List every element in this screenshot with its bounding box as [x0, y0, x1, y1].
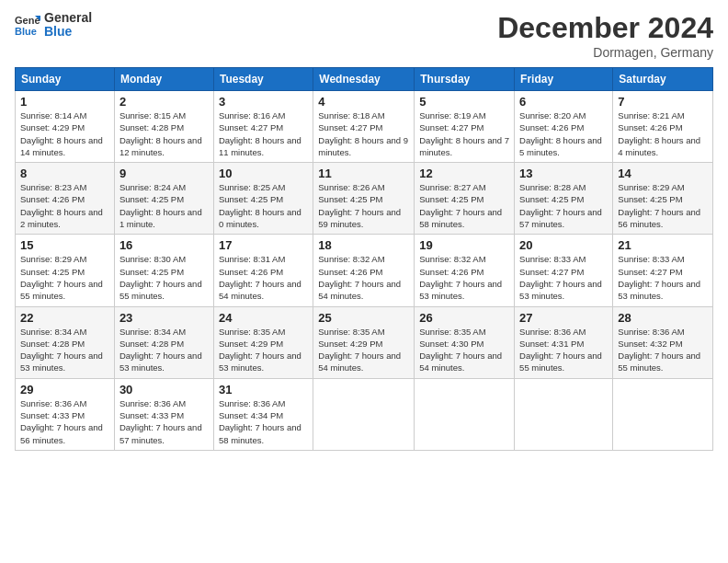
sunrise-text: Sunrise: 8:23 AM: [20, 182, 86, 192]
day-number: 19: [419, 238, 509, 252]
day-cell: 5 Sunrise: 8:19 AM Sunset: 4:27 PM Dayli…: [415, 91, 515, 163]
sunrise-text: Sunrise: 8:33 AM: [618, 254, 684, 264]
sunrise-text: Sunrise: 8:33 AM: [519, 254, 586, 264]
sunset-text: Sunset: 4:26 PM: [219, 267, 283, 277]
day-number: 25: [318, 311, 409, 325]
daylight-text: Daylight: 7 hours and 53 minutes.: [419, 279, 502, 301]
sunrise-text: Sunrise: 8:18 AM: [318, 110, 384, 121]
sunset-text: Sunset: 4:25 PM: [20, 267, 85, 277]
day-info: Sunrise: 8:20 AM Sunset: 4:26 PM Dayligh…: [519, 109, 608, 158]
sunset-text: Sunset: 4:25 PM: [219, 194, 283, 204]
sunrise-text: Sunrise: 8:14 AM: [20, 110, 86, 121]
day-number: 28: [618, 311, 708, 325]
day-info: Sunrise: 8:36 AM Sunset: 4:34 PM Dayligh…: [219, 397, 308, 446]
sunset-text: Sunset: 4:29 PM: [20, 122, 85, 132]
day-info: Sunrise: 8:29 AM Sunset: 4:25 PM Dayligh…: [618, 181, 708, 230]
day-cell: 17 Sunrise: 8:31 AM Sunset: 4:26 PM Dayl…: [213, 235, 313, 306]
logo-icon: General Blue: [15, 12, 40, 38]
sunset-text: Sunset: 4:28 PM: [119, 339, 184, 349]
main-title: December 2024: [497, 11, 713, 45]
sunset-text: Sunset: 4:27 PM: [618, 267, 682, 277]
day-cell: 8 Sunrise: 8:23 AM Sunset: 4:26 PM Dayli…: [16, 163, 115, 235]
sunset-text: Sunset: 4:25 PM: [618, 194, 682, 204]
day-info: Sunrise: 8:33 AM Sunset: 4:27 PM Dayligh…: [618, 253, 708, 302]
week-row-5: 29 Sunrise: 8:36 AM Sunset: 4:33 PM Dayl…: [16, 378, 713, 450]
day-number: 27: [519, 311, 608, 325]
weekday-monday: Monday: [114, 68, 213, 91]
day-number: 12: [419, 167, 509, 180]
daylight-text: Daylight: 7 hours and 59 minutes.: [318, 207, 401, 229]
daylight-text: Daylight: 7 hours and 57 minutes.: [119, 422, 202, 444]
day-info: Sunrise: 8:30 AM Sunset: 4:25 PM Dayligh…: [119, 253, 209, 302]
day-number: 23: [119, 311, 209, 325]
day-cell: 1 Sunrise: 8:14 AM Sunset: 4:29 PM Dayli…: [16, 91, 115, 163]
sunrise-text: Sunrise: 8:15 AM: [119, 110, 186, 121]
day-number: 10: [219, 167, 308, 180]
day-cell: 26 Sunrise: 8:35 AM Sunset: 4:30 PM Dayl…: [415, 306, 515, 378]
week-row-2: 8 Sunrise: 8:23 AM Sunset: 4:26 PM Dayli…: [16, 163, 713, 235]
day-cell: 6 Sunrise: 8:20 AM Sunset: 4:26 PM Dayli…: [515, 91, 613, 163]
sunset-text: Sunset: 4:33 PM: [20, 410, 85, 420]
week-row-3: 15 Sunrise: 8:29 AM Sunset: 4:25 PM Dayl…: [16, 235, 713, 306]
sunset-text: Sunset: 4:27 PM: [219, 122, 283, 132]
sunset-text: Sunset: 4:29 PM: [318, 339, 382, 349]
daylight-text: Daylight: 8 hours and 2 minutes.: [20, 207, 103, 229]
day-cell: 24 Sunrise: 8:35 AM Sunset: 4:29 PM Dayl…: [213, 306, 313, 378]
day-cell: 13 Sunrise: 8:28 AM Sunset: 4:25 PM Dayl…: [515, 163, 613, 235]
sunset-text: Sunset: 4:27 PM: [419, 122, 483, 132]
header: General Blue General Blue December 2024 …: [15, 11, 713, 60]
day-number: 22: [20, 311, 109, 325]
day-info: Sunrise: 8:35 AM Sunset: 4:29 PM Dayligh…: [219, 326, 308, 374]
day-cell: 15 Sunrise: 8:29 AM Sunset: 4:25 PM Dayl…: [16, 235, 115, 306]
day-number: 31: [219, 383, 308, 396]
day-cell: 23 Sunrise: 8:34 AM Sunset: 4:28 PM Dayl…: [114, 306, 213, 378]
logo-blue: Blue: [44, 25, 92, 39]
day-info: Sunrise: 8:15 AM Sunset: 4:28 PM Dayligh…: [119, 109, 209, 158]
sunrise-text: Sunrise: 8:36 AM: [20, 398, 86, 408]
daylight-text: Daylight: 7 hours and 53 minutes.: [20, 350, 103, 373]
weekday-tuesday: Tuesday: [213, 68, 313, 91]
sunset-text: Sunset: 4:28 PM: [20, 339, 85, 349]
day-info: Sunrise: 8:16 AM Sunset: 4:27 PM Dayligh…: [219, 109, 308, 158]
day-cell: 10 Sunrise: 8:25 AM Sunset: 4:25 PM Dayl…: [213, 163, 313, 235]
sunrise-text: Sunrise: 8:35 AM: [219, 327, 285, 337]
weekday-friday: Friday: [515, 68, 613, 91]
day-info: Sunrise: 8:28 AM Sunset: 4:25 PM Dayligh…: [519, 181, 608, 230]
daylight-text: Daylight: 7 hours and 56 minutes.: [618, 207, 700, 229]
day-number: 14: [618, 167, 708, 180]
sunrise-text: Sunrise: 8:31 AM: [219, 254, 285, 264]
day-cell: 18 Sunrise: 8:32 AM Sunset: 4:26 PM Dayl…: [313, 235, 415, 306]
daylight-text: Daylight: 7 hours and 55 minutes.: [519, 350, 602, 373]
day-info: Sunrise: 8:35 AM Sunset: 4:29 PM Dayligh…: [318, 326, 409, 374]
day-number: 11: [318, 167, 409, 180]
daylight-text: Daylight: 7 hours and 54 minutes.: [318, 350, 401, 373]
page: General Blue General Blue December 2024 …: [0, 0, 728, 563]
day-cell: 16 Sunrise: 8:30 AM Sunset: 4:25 PM Dayl…: [114, 235, 213, 306]
day-number: 15: [20, 238, 109, 252]
daylight-text: Daylight: 7 hours and 54 minutes.: [419, 350, 502, 373]
day-cell: 27 Sunrise: 8:36 AM Sunset: 4:31 PM Dayl…: [515, 306, 613, 378]
sunrise-text: Sunrise: 8:36 AM: [119, 398, 186, 408]
sunrise-text: Sunrise: 8:36 AM: [219, 398, 285, 408]
day-info: Sunrise: 8:33 AM Sunset: 4:27 PM Dayligh…: [519, 253, 608, 302]
day-info: Sunrise: 8:19 AM Sunset: 4:27 PM Dayligh…: [419, 109, 509, 158]
sunset-text: Sunset: 4:25 PM: [419, 194, 483, 204]
day-number: 5: [419, 95, 509, 109]
daylight-text: Daylight: 8 hours and 9 minutes.: [318, 135, 408, 157]
day-number: 17: [219, 238, 308, 252]
day-number: 29: [20, 383, 109, 396]
day-info: Sunrise: 8:34 AM Sunset: 4:28 PM Dayligh…: [119, 326, 209, 374]
day-info: Sunrise: 8:31 AM Sunset: 4:26 PM Dayligh…: [219, 253, 308, 302]
day-cell: 9 Sunrise: 8:24 AM Sunset: 4:25 PM Dayli…: [114, 163, 213, 235]
svg-text:Blue: Blue: [15, 26, 37, 37]
sunset-text: Sunset: 4:26 PM: [318, 267, 382, 277]
daylight-text: Daylight: 7 hours and 53 minutes.: [519, 279, 602, 301]
sunrise-text: Sunrise: 8:20 AM: [519, 110, 586, 121]
sunset-text: Sunset: 4:25 PM: [318, 194, 382, 204]
sunset-text: Sunset: 4:29 PM: [219, 339, 283, 349]
daylight-text: Daylight: 7 hours and 58 minutes.: [419, 207, 502, 229]
day-info: Sunrise: 8:32 AM Sunset: 4:26 PM Dayligh…: [419, 253, 509, 302]
day-cell: 3 Sunrise: 8:16 AM Sunset: 4:27 PM Dayli…: [213, 91, 313, 163]
day-info: Sunrise: 8:24 AM Sunset: 4:25 PM Dayligh…: [119, 181, 209, 230]
day-info: Sunrise: 8:21 AM Sunset: 4:26 PM Dayligh…: [618, 109, 708, 158]
